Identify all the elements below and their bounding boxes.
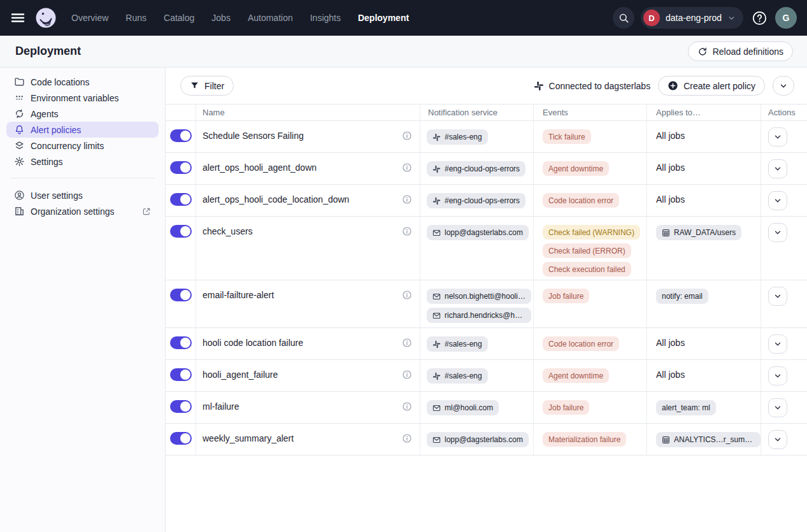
events-cell: Materialization failure xyxy=(534,424,647,455)
help-button[interactable] xyxy=(750,8,769,27)
more-actions-button[interactable] xyxy=(773,76,794,96)
nav-item-overview[interactable]: Overview xyxy=(71,13,108,23)
enabled-toggle[interactable] xyxy=(170,336,192,349)
sidebar-item-label: Code locations xyxy=(31,77,90,87)
notification-label: #sales-eng xyxy=(445,133,482,141)
sidebar-item-label: Settings xyxy=(31,157,63,167)
policy-name: hooli_agent_failure xyxy=(203,368,278,381)
applies-to-value: All jobs xyxy=(656,162,685,173)
enabled-toggle[interactable] xyxy=(170,193,192,206)
page-header: Deployment Reload definitions xyxy=(0,36,807,68)
sidebar-item-organization-settings[interactable]: Organization settings xyxy=(6,203,159,219)
row-actions-button[interactable] xyxy=(768,334,787,354)
info-icon[interactable] xyxy=(402,290,412,300)
enabled-toggle[interactable] xyxy=(170,225,192,238)
event-badge: Check failed (WARNING) xyxy=(543,225,640,240)
row-actions-button[interactable] xyxy=(768,398,787,417)
nav-item-jobs[interactable]: Jobs xyxy=(211,13,231,23)
row-actions-button[interactable] xyxy=(768,159,787,178)
sidebar-item-agents[interactable]: Agents xyxy=(6,106,159,122)
th-name: Name xyxy=(196,104,420,120)
alert-policies-table: Name Notification service Events Applies… xyxy=(166,104,807,456)
sidebar-item-label: Alert policies xyxy=(31,125,81,135)
events-cell: Check failed (WARNING)Check failed (ERRO… xyxy=(534,217,647,280)
enabled-toggle[interactable] xyxy=(170,432,192,445)
deployment-name: data-eng-prod xyxy=(666,13,722,23)
notification-pill: ml@hooli.com xyxy=(427,400,499,415)
email-icon xyxy=(432,404,441,412)
sidebar-item-alert-policies[interactable]: Alert policies xyxy=(6,122,159,138)
event-badge: Job failure xyxy=(543,400,589,415)
sidebar-item-concurrency-limits[interactable]: Concurrency limits xyxy=(6,138,159,154)
info-icon[interactable] xyxy=(402,338,412,348)
actions-cell xyxy=(761,217,807,280)
sidebar-item-settings[interactable]: Settings xyxy=(6,154,159,169)
nav-item-runs[interactable]: Runs xyxy=(125,13,146,23)
info-icon[interactable] xyxy=(402,370,412,380)
sidebar-item-label: User settings xyxy=(31,191,83,201)
enabled-toggle[interactable] xyxy=(170,289,192,301)
info-icon[interactable] xyxy=(402,131,412,141)
notification-pill: #eng-cloud-ops-errors xyxy=(427,161,525,176)
info-icon[interactable] xyxy=(402,433,412,443)
info-icon[interactable] xyxy=(402,194,412,205)
deployment-switcher[interactable]: D data-eng-prod xyxy=(641,7,743,29)
event-badge: Check execution failed xyxy=(543,262,631,277)
enabled-toggle[interactable] xyxy=(170,161,192,174)
create-alert-policy-button[interactable]: Create alert policy xyxy=(658,76,765,96)
search-button[interactable] xyxy=(613,7,634,29)
actions-cell xyxy=(761,185,807,216)
toggle-cell xyxy=(166,360,196,391)
sidebar-item-environment-variables[interactable]: Environment variables xyxy=(6,90,159,106)
row-actions-button[interactable] xyxy=(768,191,787,210)
applies-to-cell: All jobs xyxy=(647,121,761,152)
agents-icon xyxy=(14,108,25,119)
notification-label: #sales-eng xyxy=(445,340,482,349)
nav-item-catalog[interactable]: Catalog xyxy=(164,13,194,23)
nav-item-insights[interactable]: Insights xyxy=(310,13,341,23)
connected-to-slack-status[interactable]: Connected to dagsterlabs xyxy=(534,81,651,91)
external-link-icon xyxy=(142,207,151,216)
info-icon[interactable] xyxy=(402,226,412,236)
notification-label: #eng-cloud-ops-errors xyxy=(445,164,520,173)
row-actions-button[interactable] xyxy=(768,287,787,306)
row-actions-button[interactable] xyxy=(768,223,787,242)
enabled-toggle[interactable] xyxy=(170,400,192,413)
alert-policy-row: ml-failure ml@hooli.com Job failure aler… xyxy=(166,392,807,424)
notification-cell: #sales-eng xyxy=(420,121,534,152)
enabled-toggle[interactable] xyxy=(170,129,192,142)
email-icon xyxy=(432,292,441,301)
applies-to-cell: RAW_DATA/users xyxy=(647,217,761,280)
sidebar-divider xyxy=(10,178,155,178)
notification-label: #sales-eng xyxy=(445,371,482,380)
sidebar-item-user-settings[interactable]: User settings xyxy=(6,187,159,203)
menu-icon[interactable] xyxy=(10,10,27,26)
row-actions-button[interactable] xyxy=(768,366,787,385)
alert-policy-row: Schedule Sensors Failing #sales-eng Tick… xyxy=(166,121,807,153)
help-icon xyxy=(752,10,768,26)
row-actions-button[interactable] xyxy=(768,430,787,449)
th-actions: Actions xyxy=(761,104,807,120)
name-cell: alert_ops_hooli_code_location_down xyxy=(196,185,420,216)
notification-cell: ml@hooli.com xyxy=(420,392,534,423)
user-avatar[interactable]: G xyxy=(775,7,797,29)
content: Code locationsEnvironment variablesAgent… xyxy=(0,68,807,532)
nav-item-deployment[interactable]: Deployment xyxy=(358,13,409,23)
event-badge: Materialization failure xyxy=(543,432,626,447)
sidebar-item-label: Organization settings xyxy=(31,206,115,217)
enabled-toggle[interactable] xyxy=(170,368,192,381)
reload-definitions-button[interactable]: Reload definitions xyxy=(688,41,793,61)
info-icon[interactable] xyxy=(402,162,412,173)
filter-button[interactable]: Filter xyxy=(180,76,234,96)
name-cell: weekly_summary_alert xyxy=(196,424,420,455)
row-actions-button[interactable] xyxy=(768,127,787,147)
info-icon[interactable] xyxy=(402,401,412,412)
gear-icon xyxy=(14,156,25,167)
toggle-cell xyxy=(166,121,196,152)
slack-icon xyxy=(432,133,441,141)
dagster-logo-icon[interactable] xyxy=(34,6,57,29)
nav-item-automation[interactable]: Automation xyxy=(248,13,293,23)
user-icon xyxy=(14,190,25,201)
sidebar-item-code-locations[interactable]: Code locations xyxy=(6,74,159,90)
slack-icon xyxy=(432,340,441,349)
